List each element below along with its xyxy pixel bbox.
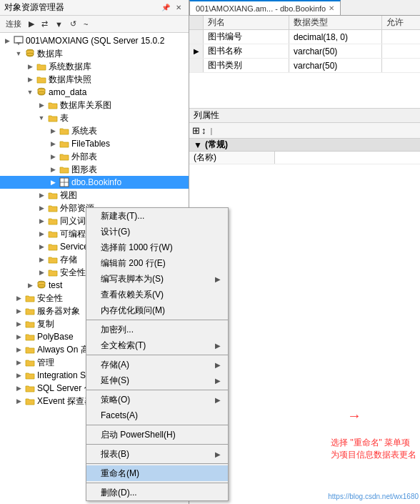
context-menu-item[interactable]: 查看依赖关系(V)	[86, 287, 228, 302]
tree-node-icon	[24, 357, 36, 368]
title-icon-group: 📌 ✕	[160, 2, 184, 14]
tree-expand-icon[interactable]: ▶	[47, 151, 59, 162]
context-menu-item[interactable]: 选择前 1000 行(W)	[86, 239, 228, 255]
context-menu-item-label: 启动 PowerShell(H)	[101, 429, 176, 441]
props-group-general[interactable]: ▼ (常规)	[189, 139, 420, 152]
context-menu-item[interactable]: 删除(D)...	[86, 485, 228, 500]
tree-node[interactable]: ▶dbo.Bookinfo	[0, 176, 189, 189]
tree-node[interactable]: ▶数据库快照	[0, 73, 189, 86]
tree-expand-icon[interactable]: ▶	[36, 267, 47, 278]
tree-expand-icon[interactable]: ▶	[13, 305, 24, 317]
table-row[interactable]: ▶ 图书名称 varchar(50)	[189, 44, 420, 59]
tree-node[interactable]: ▶数据库关系图	[0, 99, 189, 112]
context-menu-item[interactable]: Facets(A)	[86, 407, 228, 423]
props-divider: |	[211, 127, 213, 135]
tree-expand-icon[interactable]: ▼	[24, 87, 36, 98]
context-menu-item-label: Facets(A)	[101, 410, 138, 420]
context-menu-item[interactable]: 内存优化顾问(M)	[86, 302, 228, 318]
tree-node[interactable]: ▶图形表	[0, 163, 189, 176]
tree-expand-icon[interactable]: ▶	[13, 292, 24, 304]
tree-node[interactable]: ▼数据库	[0, 47, 189, 60]
tree-node[interactable]: ▶001\AMOXIANG (SQL Server 15.0.2	[0, 34, 189, 47]
tab-label: 001\AMOXIANG.am... - dbo.Bookinfo	[196, 4, 326, 13]
row-indicator	[189, 30, 204, 44]
disconnect-icon[interactable]: ⇄	[39, 18, 51, 30]
tree-node-icon	[24, 331, 36, 342]
tree-node[interactable]: ▶视图	[0, 189, 189, 202]
props-categorize-icon[interactable]: ⊞	[192, 125, 200, 136]
context-menu-item[interactable]: 重命名(M)	[86, 465, 228, 481]
tree-node[interactable]: ▶系统表	[0, 124, 189, 137]
context-menu-item[interactable]: 启动 PowerShell(H)	[86, 427, 228, 443]
context-menu-item[interactable]: 延伸(S)▶	[86, 372, 228, 388]
tree-expand-icon[interactable]: ▶	[24, 74, 36, 85]
tree-node[interactable]: ▶外部表	[0, 150, 189, 163]
tree-node-icon	[24, 370, 36, 381]
collapse-icon[interactable]: ~	[81, 19, 91, 30]
context-menu-item[interactable]: 全文检索(T)▶	[86, 337, 228, 353]
tree-expand-icon[interactable]: ▶	[1, 35, 13, 46]
context-menu-item[interactable]: 策略(O)▶	[86, 392, 228, 407]
tree-node[interactable]: ▼amo_data	[0, 86, 189, 99]
tree-node-icon	[36, 61, 47, 72]
table-row[interactable]: 图书类别 varchar(50)	[189, 59, 420, 73]
tree-expand-icon[interactable]: ▶	[24, 280, 36, 291]
tree-expand-icon[interactable]: ▶	[36, 189, 47, 201]
refresh-icon[interactable]: ↺	[67, 18, 79, 30]
tree-expand-icon[interactable]: ▶	[47, 138, 59, 149]
row-indicator: ▶	[189, 44, 204, 58]
tree-expand-icon[interactable]: ▶	[24, 61, 36, 72]
props-sort-icon[interactable]: ↕	[201, 125, 206, 136]
close-panel-icon[interactable]: ✕	[173, 2, 184, 14]
context-menu-item[interactable]: 报表(B)▶	[86, 446, 228, 462]
tree-expand-icon[interactable]: ▶	[13, 357, 24, 368]
tree-node-icon	[47, 267, 59, 278]
tree-expand-icon[interactable]: ▶	[36, 99, 47, 111]
tree-node-label: FileTables	[71, 139, 110, 149]
connect-button[interactable]: 连接	[3, 17, 24, 31]
pin-icon[interactable]: 📌	[160, 2, 171, 14]
context-menu-item[interactable]: 加密列...	[86, 322, 228, 337]
tree-node-icon	[59, 125, 70, 137]
context-menu-item[interactable]: 新建表(T)...	[86, 208, 228, 224]
context-menu-item[interactable]: 编写表脚本为(S)▶	[86, 271, 228, 287]
tree-expand-icon[interactable]: ▶	[36, 202, 47, 214]
context-menu-item-label: 编写表脚本为(S)	[101, 273, 164, 285]
context-menu-separator	[86, 355, 228, 355]
tree-node-label: 管理	[37, 357, 54, 369]
tree-node[interactable]: ▶FileTables	[0, 137, 189, 150]
tree-node-label: amo_data	[49, 87, 86, 97]
submenu-arrow-icon: ▶	[215, 361, 221, 369]
tree-expand-icon[interactable]: ▼	[13, 48, 24, 59]
tree-expand-icon[interactable]: ▶	[36, 241, 47, 252]
tree-node[interactable]: ▼表	[0, 112, 189, 124]
tab-bookinfo[interactable]: 001\AMOXIANG.am... - dbo.Bookinfo ✕	[189, 0, 341, 15]
tree-expand-icon[interactable]: ▶	[47, 125, 59, 137]
new-query-icon[interactable]: ▶	[26, 18, 37, 30]
tree-expand-icon[interactable]: ▶	[13, 344, 24, 355]
tab-bar: 001\AMOXIANG.am... - dbo.Bookinfo ✕	[189, 0, 420, 16]
tree-expand-icon[interactable]: ▶	[13, 331, 24, 342]
tree-expand-icon[interactable]: ▶	[47, 177, 59, 188]
context-menu-item[interactable]: 编辑前 200 行(E)	[86, 255, 228, 271]
context-menu-item[interactable]: 设计(G)	[86, 224, 228, 239]
tab-close-button[interactable]: ✕	[329, 4, 334, 12]
context-menu-item-label: 内存优化顾问(M)	[101, 305, 165, 317]
tree-expand-icon[interactable]: ▶	[36, 254, 47, 265]
context-menu-item-label: 报表(B)	[101, 448, 129, 460]
tree-node[interactable]: ▶系统数据库	[0, 60, 189, 73]
table-row[interactable]: 图书编号 decimal(18, 0)	[189, 30, 420, 44]
filter-icon[interactable]: ▼	[52, 19, 66, 30]
tree-expand-icon[interactable]: ▶	[36, 215, 47, 227]
context-menu-item[interactable]: 存储(A)▶	[86, 357, 228, 372]
props-val-name[interactable]	[275, 152, 420, 164]
tree-expand-icon[interactable]: ▶	[36, 228, 47, 239]
tree-node-label: 安全性	[37, 292, 63, 305]
tree-expand-icon[interactable]: ▶	[13, 370, 24, 381]
tree-expand-icon[interactable]: ▼	[36, 112, 47, 124]
tree-expand-icon[interactable]: ▶	[13, 318, 24, 330]
tree-expand-icon[interactable]: ▶	[13, 395, 24, 407]
tree-expand-icon[interactable]: ▶	[13, 382, 24, 394]
tree-expand-icon[interactable]: ▶	[47, 164, 59, 175]
props-group-expand: ▼	[194, 140, 202, 150]
